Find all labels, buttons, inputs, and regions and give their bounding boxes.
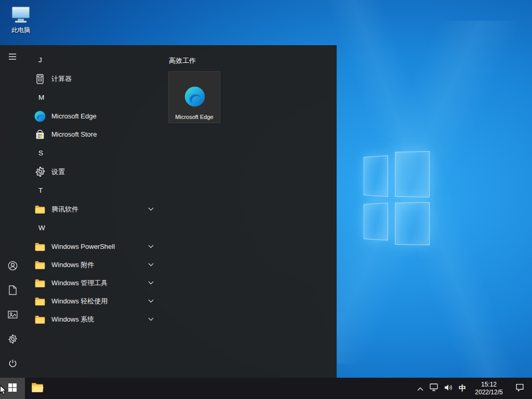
tile-group-title[interactable]: 高效工作	[169, 56, 337, 66]
section-letter: S	[38, 149, 43, 157]
app-list-folder-windows-admin-tools[interactable]: Windows 管理工具	[25, 274, 161, 292]
chevron-down-icon[interactable]	[148, 207, 154, 211]
clock-date: 2022/12/5	[475, 389, 502, 396]
folder-icon	[34, 277, 46, 289]
section-header-w[interactable]: W	[25, 218, 161, 237]
volume-icon	[444, 384, 453, 393]
section-header-t[interactable]: T	[25, 181, 161, 200]
tile-microsoft-edge[interactable]: Microsoft Edge	[168, 71, 220, 123]
documents-icon	[9, 285, 17, 297]
action-center-button[interactable]	[508, 378, 531, 399]
ime-indicator[interactable]: 中	[455, 378, 470, 399]
taskbar: 中 15:12 2022/12/5	[0, 378, 532, 399]
folder-icon	[34, 203, 46, 216]
app-list-folder-windows-accessories[interactable]: Windows 附件	[25, 256, 161, 274]
file-explorer-button[interactable]	[25, 378, 50, 399]
windows-logo-icon	[8, 383, 17, 394]
power-icon	[8, 359, 17, 370]
app-label: 计算器	[51, 74, 72, 84]
settings-button[interactable]	[0, 328, 25, 352]
chevron-down-icon[interactable]	[148, 299, 154, 303]
wallpaper-windows-logo-pane	[364, 203, 388, 241]
folder-icon	[34, 313, 46, 326]
app-list-item-microsoft-edge[interactable]: Microsoft Edge	[25, 107, 161, 125]
clock-time: 15:12	[481, 381, 497, 389]
tray-overflow-button[interactable]	[414, 378, 427, 399]
start-menu-app-list: J 计算器 M Microsoft Edge	[25, 45, 161, 378]
app-list-item-calculator[interactable]: 计算器	[25, 70, 161, 88]
section-header-m[interactable]: M	[25, 88, 161, 107]
section-letter: T	[38, 187, 43, 194]
start-tiles-area: 高效工作 Microsoft Edge	[161, 45, 337, 378]
app-label: 设置	[51, 167, 65, 177]
folder-icon	[34, 295, 46, 308]
desktop-icon-this-pc[interactable]: 此电脑	[4, 5, 37, 34]
app-label: Windows 管理工具	[51, 278, 108, 288]
chevron-down-icon[interactable]	[148, 245, 154, 248]
documents-button[interactable]	[0, 279, 25, 303]
this-pc-icon	[10, 5, 31, 24]
tile-label: Microsoft Edge	[169, 114, 220, 120]
desktop: 此电脑	[0, 0, 532, 399]
wallpaper-windows-logo-pane	[395, 202, 430, 245]
app-list-folder-tencent[interactable]: 腾讯软件	[25, 200, 161, 218]
chevron-down-icon[interactable]	[148, 281, 154, 285]
user-icon	[8, 261, 18, 273]
desktop-icon-label: 此电脑	[11, 26, 30, 34]
edge-icon	[34, 110, 46, 123]
wallpaper-windows-logo-pane	[364, 155, 388, 197]
hamburger-icon	[8, 53, 17, 62]
file-explorer-icon	[31, 381, 44, 396]
gear-icon	[34, 166, 46, 178]
network-button[interactable]	[427, 378, 441, 399]
ime-label: 中	[459, 384, 466, 393]
start-menu: J 计算器 M Microsoft Edge	[0, 45, 337, 378]
app-label: Windows 附件	[51, 260, 94, 270]
section-header-j[interactable]: J	[25, 50, 161, 70]
app-label: Windows 系统	[51, 315, 94, 324]
power-button[interactable]	[0, 352, 25, 377]
start-menu-rail	[0, 45, 25, 378]
app-label: Microsoft Store	[51, 130, 97, 138]
calculator-icon	[34, 73, 46, 85]
section-letter: M	[38, 94, 44, 101]
folder-icon	[34, 259, 46, 271]
app-list-item-microsoft-store[interactable]: Microsoft Store	[25, 125, 161, 143]
hamburger-menu-button[interactable]	[0, 45, 25, 70]
volume-button[interactable]	[441, 378, 455, 399]
app-list-item-settings[interactable]: 设置	[25, 163, 161, 181]
app-list-folder-windows-system[interactable]: Windows 系统	[25, 310, 161, 328]
pictures-icon	[8, 311, 18, 321]
app-label: Windows PowerShell	[51, 243, 115, 250]
app-list-folder-windows-ease-of-access[interactable]: Windows 轻松使用	[25, 292, 161, 310]
system-tray: 中 15:12 2022/12/5	[414, 378, 532, 399]
chevron-down-icon[interactable]	[148, 263, 154, 267]
store-icon	[34, 128, 46, 141]
settings-icon	[8, 334, 18, 346]
pictures-button[interactable]	[0, 303, 25, 328]
app-label: Windows 轻松使用	[51, 297, 108, 306]
app-label: Microsoft Edge	[51, 112, 97, 120]
wallpaper-windows-logo-pane	[395, 151, 430, 197]
app-label: 腾讯软件	[51, 205, 78, 214]
action-center-icon	[515, 383, 524, 394]
chevron-up-icon	[417, 384, 423, 393]
clock[interactable]: 15:12 2022/12/5	[470, 378, 508, 399]
edge-icon	[183, 85, 206, 108]
section-header-s[interactable]: S	[25, 143, 161, 163]
app-list-folder-windows-powershell[interactable]: Windows PowerShell	[25, 237, 161, 256]
start-button[interactable]	[0, 378, 25, 399]
folder-icon	[34, 241, 46, 253]
section-letter: W	[38, 224, 45, 232]
chevron-down-icon[interactable]	[148, 317, 154, 321]
user-account-button[interactable]	[0, 255, 25, 279]
network-icon	[430, 383, 439, 393]
section-letter: J	[38, 56, 42, 64]
